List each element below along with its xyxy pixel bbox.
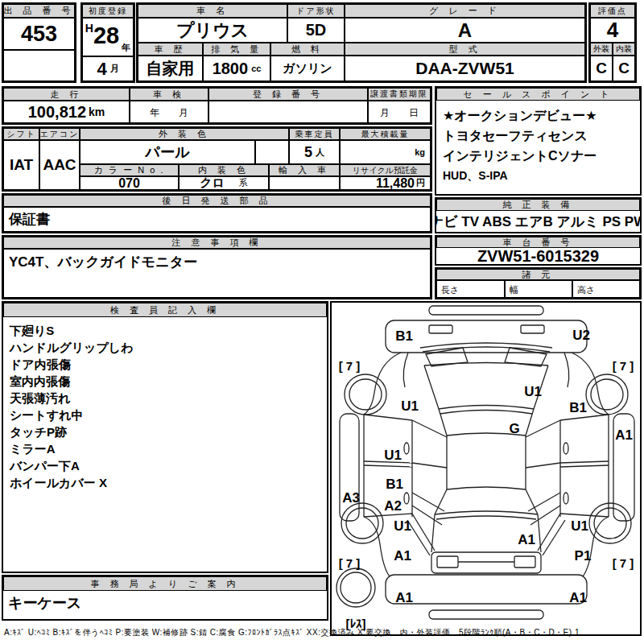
damage-marker: A1 xyxy=(395,590,413,605)
a-pillar-right xyxy=(526,365,548,436)
right-fold-line1 xyxy=(526,420,560,437)
cowl-line2 xyxy=(440,411,532,415)
dimensions-box: 諸 元 長さ 幅 高さ xyxy=(435,267,642,299)
left-fold-line1 xyxy=(412,420,447,437)
displacement-unit: cc xyxy=(251,64,261,73)
list-line: シートすれ中 xyxy=(10,407,320,423)
capacity-unit: 人 xyxy=(316,147,324,159)
notes-label: 注 意 事 項 欄 xyxy=(3,237,431,249)
mileage-unit: km xyxy=(89,105,105,118)
front-fender-right-inner xyxy=(564,353,569,387)
month-number: 4 xyxy=(97,59,106,80)
transfer-deadline-value: 月 日 xyxy=(368,101,431,123)
max-load-value: kg xyxy=(340,140,431,164)
auction-sheet: 出 品 番 号 453 初度登録 H28年 4月 車 名 ドア形状 グ レ ー … xyxy=(0,0,644,644)
mileage-number: 100,812 xyxy=(28,103,86,122)
recycle-deposit-label: リサイクル預託金 xyxy=(340,164,431,176)
displacement-label: 排 気 量 xyxy=(203,43,270,56)
year-unit: 年 xyxy=(122,42,130,54)
length-cell: 長さ xyxy=(436,280,505,298)
front-fender-left xyxy=(364,353,401,415)
list-line: 天張薄汚れ xyxy=(10,390,320,407)
damage-marker: A1 xyxy=(518,532,535,547)
fuel-label: 燃 料 xyxy=(270,43,345,56)
equipment-value: ナビ TV ABS エアB アルミ PS PW xyxy=(436,211,640,232)
list-line: トヨタセーフティセンス xyxy=(443,126,634,146)
car-history-value: 自家用 xyxy=(138,56,203,81)
car-name-label: 車 名 xyxy=(138,4,287,18)
inspection-value: 年 月 xyxy=(130,101,208,123)
model-code-label: 型 式 xyxy=(345,43,585,56)
damage-marker: U1 xyxy=(524,384,542,399)
first-registration-label: 初度登録 xyxy=(82,4,134,18)
list-line: バンパー下A xyxy=(10,457,320,474)
length-label: 長さ xyxy=(441,285,459,295)
score-box: 評価点 4 外装 内装 C C xyxy=(588,2,637,83)
aircon-value: AAC xyxy=(39,140,80,190)
shift-label: シフト xyxy=(3,128,39,140)
list-line: ミラーA xyxy=(10,440,320,457)
a-pillar-left xyxy=(424,365,447,436)
notes-value: YC4T、バックガイドモニター xyxy=(3,249,431,298)
month-unit: 月 xyxy=(110,63,119,75)
front-bumper-slot-right xyxy=(521,325,544,333)
list-line: ホイールカバー X xyxy=(10,474,320,491)
lot-number-box: 出 品 番 号 453 xyxy=(2,2,76,83)
color-no-label: カ ラ ー N o . xyxy=(80,164,179,176)
list-line: ハンドルグリップしわ xyxy=(10,339,320,356)
damage-marker: U1 xyxy=(401,398,419,414)
damage-marker: A1 xyxy=(569,590,587,605)
office-info-label: 事 務 局 よ り ご 案 内 xyxy=(3,576,327,591)
aircon-label: エアコン xyxy=(39,128,80,140)
first-registration-box: 初度登録 H28年 4月 xyxy=(80,2,135,83)
body-color-empty-cell xyxy=(255,140,289,164)
chassis-number-box: 車 台 番 号 ZVW51-6015329 xyxy=(435,235,642,266)
height-cell: 高さ xyxy=(572,280,640,298)
capacity-value: 5人 xyxy=(289,140,340,164)
inspector-notes-list: 下廻りSハンドルグリップしわドア内張傷室内内張傷天張薄汚れシートすれ中タッチP跡… xyxy=(3,319,327,570)
exterior-grade-value: C xyxy=(590,56,613,81)
width-cell: 幅 xyxy=(505,280,572,298)
fuel-value: ガソリン xyxy=(270,56,345,81)
lot-number-empty-cell xyxy=(3,50,75,81)
rear-window-line1 xyxy=(435,511,538,514)
recycle-deposit-number: 11,480 xyxy=(376,176,415,190)
height-label: 高さ xyxy=(577,285,595,295)
cowl-line1 xyxy=(439,406,534,410)
year-number: 28 xyxy=(93,23,119,47)
later-parts-label: 後 日 発 送 部 品 xyxy=(3,195,431,207)
spare-tire xyxy=(336,568,375,607)
damage-marker: A1 xyxy=(615,427,633,443)
list-line: インテリジェントCソナー xyxy=(443,146,634,166)
left-rear-door-handle xyxy=(404,493,409,504)
right-front-door-handle xyxy=(564,443,568,454)
left-door-bottom xyxy=(364,514,412,517)
wheel-rear-right xyxy=(589,503,631,543)
transfer-deadline-label: 譲渡書類期限 xyxy=(368,88,431,101)
damage-marker: B1 xyxy=(569,400,587,415)
capacity-label: 乗車定員 xyxy=(289,128,340,140)
score-label: 評価点 xyxy=(590,4,635,18)
damage-marker: A1 xyxy=(394,548,411,564)
left-door-top xyxy=(364,415,412,420)
interior-grade-label: 内装 xyxy=(613,43,635,56)
vehicle-title-table: 車 名 ドア形状 グ レ ー ド プリウス 5D A 車 歴 排 気 量 燃 料… xyxy=(136,2,587,83)
damage-marker: G xyxy=(509,421,519,436)
import-value xyxy=(269,176,340,190)
tire-size-label: [ 7 ] xyxy=(339,556,361,570)
max-load-label: 最大積載量 xyxy=(340,128,431,140)
mileage-row-box: 走 行 車 検 登 録 番 号 譲渡書類期限 100,812km 年 月 月 日 xyxy=(2,86,432,125)
right-door-divider2 xyxy=(560,465,609,467)
recycle-deposit-unit: 円 xyxy=(416,177,425,189)
car-name-value: プリウス xyxy=(138,18,287,43)
left-door-divider2 xyxy=(364,465,412,467)
chassis-number-value: ZVW51-6015329 xyxy=(436,248,640,264)
body-color-value: パール xyxy=(80,140,255,164)
equipment-box: 純 正 装 備 ナビ TV ABS エアB アルミ PS PW xyxy=(435,197,642,233)
notes-box: 注 意 事 項 欄 YC4T、バックガイドモニター xyxy=(2,235,432,299)
lot-number-label: 出 品 番 号 xyxy=(3,4,75,18)
inspector-notes-label: 検 査 員 記 入 欄 xyxy=(3,303,327,317)
equipment-label: 純 正 装 備 xyxy=(436,199,640,211)
sales-points-label: セ ー ル ス ポ イ ン ト xyxy=(436,88,640,101)
list-line: 下廻りS xyxy=(10,322,320,339)
